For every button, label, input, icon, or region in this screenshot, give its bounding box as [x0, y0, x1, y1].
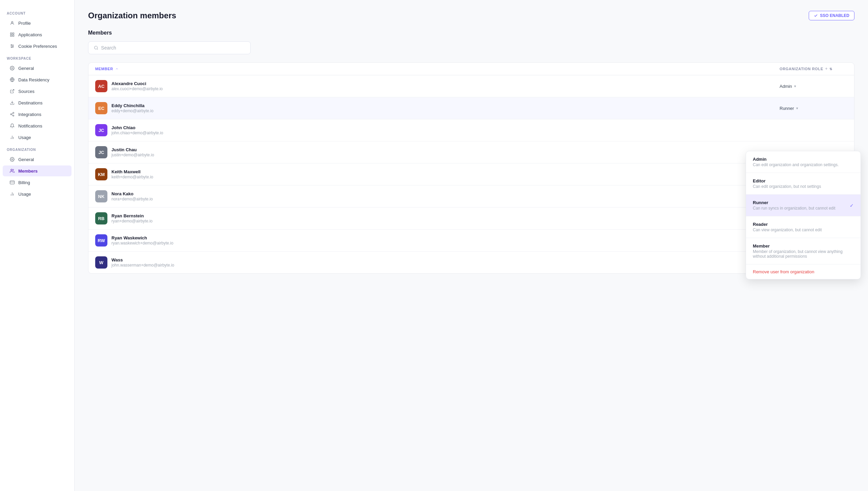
- table-row[interactable]: JC John Chiao john.chiao+demo@airbyte.io: [88, 119, 854, 141]
- avatar: AC: [95, 80, 107, 92]
- dropdown-item-desc: Member of organization, but cannot view …: [753, 249, 854, 259]
- sidebar-item-org-usage[interactable]: Usage: [3, 189, 71, 199]
- workspace-section-label: WORKSPACE: [0, 52, 74, 62]
- svg-rect-1: [11, 33, 12, 34]
- dropdown-item-runner[interactable]: Runner Can run syncs in organization, bu…: [746, 195, 861, 216]
- check-icon: ✓: [850, 203, 854, 208]
- dropdown-item-admin[interactable]: Admin Can edit organization and organiza…: [746, 151, 861, 173]
- account-section-label: ACCOUNT: [0, 7, 74, 17]
- sidebar-item-profile[interactable]: Profile: [3, 18, 71, 28]
- sidebar-item-cookie-preferences[interactable]: Cookie Preferences: [3, 41, 71, 52]
- svg-line-20: [12, 113, 13, 114]
- dropdown-item-member[interactable]: Member Member of organization, but canno…: [746, 238, 861, 264]
- sidebar-item-general-workspace[interactable]: General: [3, 63, 71, 74]
- search-input[interactable]: [101, 45, 245, 51]
- download-icon: [9, 100, 15, 105]
- member-email: eddy+demo@airbyte.io: [111, 109, 780, 113]
- svg-point-9: [13, 46, 13, 46]
- search-bar[interactable]: [88, 41, 251, 54]
- remove-user-button[interactable]: Remove user from organization: [746, 264, 861, 279]
- sidebar-item-sources[interactable]: Sources: [3, 86, 71, 97]
- main-content: Organization members SSO ENABLED Members…: [75, 0, 868, 491]
- table-row[interactable]: EC Eddy Chinchilla eddy+demo@airbyte.io …: [88, 97, 854, 119]
- avatar: EC: [95, 102, 107, 114]
- sort-icon: [115, 67, 119, 71]
- credit-card-icon: [9, 180, 15, 185]
- dropdown-item-desc: Can edit organization, but not settings: [753, 184, 854, 189]
- svg-line-19: [12, 115, 13, 115]
- table-row[interactable]: NK Nora Kako nora+demo@airbyte.io: [88, 185, 854, 208]
- sidebar-item-usage-workspace[interactable]: Usage: [3, 132, 71, 143]
- table-row[interactable]: JC Justin Chau justin+demo@airbyte.io: [88, 141, 854, 163]
- usage-workspace-label: Usage: [18, 135, 31, 140]
- dropdown-item-title: Editor: [753, 178, 854, 183]
- member-email: alex.cuoci+demo@airbyte.io: [111, 86, 780, 91]
- sidebar-item-data-residency[interactable]: Data Residency: [3, 74, 71, 85]
- sso-label: SSO ENABLED: [820, 13, 849, 18]
- avatar: JC: [95, 146, 107, 158]
- table-row[interactable]: KM Keith Maxwell keith+demo@airbyte.io: [88, 163, 854, 185]
- grid-icon: [9, 32, 15, 37]
- sidebar-item-destinations[interactable]: Destinations: [3, 97, 71, 108]
- notifications-label: Notifications: [18, 123, 42, 129]
- member-name: Keith Maxwell: [111, 169, 780, 174]
- sidebar-item-members[interactable]: Members: [3, 165, 71, 176]
- table-row[interactable]: RW Ryan Waskewich ryan.waskewich+demo@ai…: [88, 230, 854, 252]
- dropdown-item-desc: Can view organization, but cannot edit: [753, 228, 854, 232]
- sidebar: ACCOUNT Profile Applications Cookie Pref…: [0, 0, 75, 491]
- cookie-preferences-label: Cookie Preferences: [18, 44, 57, 49]
- avatar: RW: [95, 234, 107, 247]
- role-select[interactable]: Admin ▾: [780, 84, 847, 89]
- dropdown-item-reader[interactable]: Reader Can view organization, but cannot…: [746, 216, 861, 238]
- member-email: ryan.waskewich+demo@airbyte.io: [111, 241, 780, 246]
- svg-rect-3: [11, 35, 12, 36]
- avatar: KM: [95, 168, 107, 180]
- members-table: MEMBER ORGANIZATION ROLE ⇅ AC Alexandre …: [88, 62, 854, 274]
- org-usage-label: Usage: [18, 192, 31, 197]
- member-name: John Chiao: [111, 125, 780, 130]
- sidebar-item-integrations[interactable]: Integrations: [3, 109, 71, 120]
- sources-label: Sources: [18, 89, 35, 94]
- svg-point-11: [12, 67, 13, 69]
- member-name: Eddy Chinchilla: [111, 103, 780, 108]
- svg-point-25: [11, 169, 13, 171]
- sso-badge[interactable]: SSO ENABLED: [809, 11, 854, 20]
- role-select[interactable]: Runner ▾: [780, 106, 847, 111]
- users-icon: [9, 168, 15, 174]
- sidebar-item-billing[interactable]: Billing: [3, 177, 71, 188]
- applications-label: Applications: [18, 32, 42, 37]
- bar-chart-icon: [9, 135, 15, 140]
- profile-label: Profile: [18, 21, 31, 26]
- settings-icon: [9, 65, 15, 71]
- dropdown-item-editor[interactable]: Editor Can edit organization, but not se…: [746, 173, 861, 195]
- member-email: justin+demo@airbyte.io: [111, 153, 780, 157]
- table-row[interactable]: RB Ryan Bernstein ryan+demo@airbyte.io: [88, 208, 854, 230]
- sidebar-item-notifications[interactable]: Notifications: [3, 120, 71, 131]
- svg-rect-26: [10, 181, 15, 184]
- sidebar-item-applications[interactable]: Applications: [3, 29, 71, 40]
- role-dropdown[interactable]: Admin Can edit organization and organiza…: [746, 151, 861, 279]
- globe-icon: [9, 77, 15, 82]
- bell-icon: [9, 123, 15, 129]
- sidebar-item-org-general[interactable]: General: [3, 154, 71, 165]
- page-title: Organization members: [88, 11, 854, 20]
- svg-point-31: [95, 46, 98, 49]
- avatar: W: [95, 256, 107, 269]
- svg-line-32: [97, 49, 98, 50]
- sliders-icon: [9, 43, 15, 49]
- search-icon: [94, 45, 98, 50]
- table-row[interactable]: W Wass john.wasserman+demo@airbyte.io: [88, 252, 854, 273]
- data-residency-label: Data Residency: [18, 77, 49, 82]
- svg-rect-2: [13, 33, 14, 34]
- table-row[interactable]: AC Alexandre Cuoci alex.cuoci+demo@airby…: [88, 75, 854, 97]
- dropdown-item-title: Member: [753, 243, 854, 249]
- integrations-label: Integrations: [18, 112, 41, 117]
- member-email: keith+demo@airbyte.io: [111, 175, 780, 179]
- dropdown-item-desc: Can edit organization and organization s…: [753, 162, 854, 167]
- chevron-down-icon: ▾: [796, 106, 798, 111]
- member-email: john.wasserman+demo@airbyte.io: [111, 263, 780, 268]
- org-bar-chart-icon: [9, 191, 15, 197]
- svg-rect-4: [13, 35, 14, 36]
- member-email: nora+demo@airbyte.io: [111, 197, 780, 201]
- plug-icon: [9, 89, 15, 94]
